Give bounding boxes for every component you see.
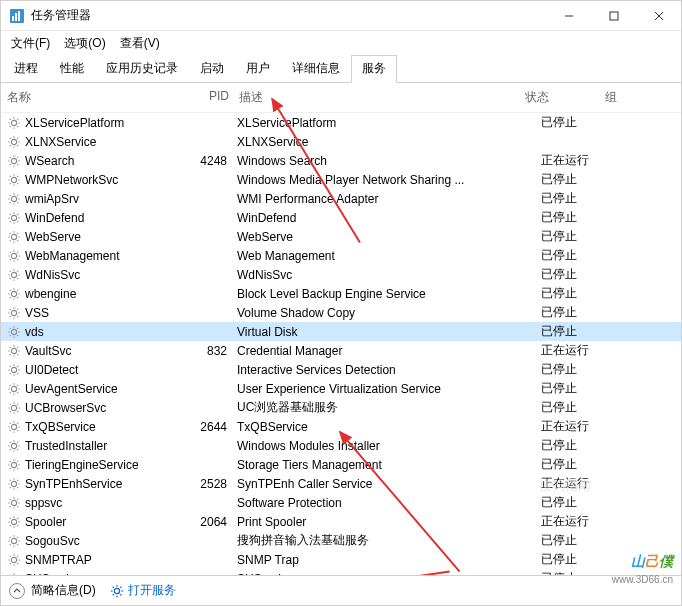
cell-name: TrustedInstaller <box>25 439 185 453</box>
tab-0[interactable]: 进程 <box>3 55 49 83</box>
open-services-link[interactable]: 打开服务 <box>110 582 176 599</box>
svg-line-88 <box>10 278 11 279</box>
service-row[interactable]: Spooler2064Print Spooler正在运行 <box>1 512 681 531</box>
svg-point-143 <box>11 405 16 410</box>
cell-status: 正在运行 <box>541 475 621 492</box>
svg-line-241 <box>112 586 113 587</box>
service-row[interactable]: UCBrowserSvcUC浏览器基础服务已停止 <box>1 398 681 417</box>
col-name-header[interactable]: 名称 <box>7 89 187 106</box>
col-desc-header[interactable]: 描述 <box>239 89 525 106</box>
cell-desc: Windows Media Player Network Sharing ... <box>237 173 541 187</box>
tab-5[interactable]: 详细信息 <box>281 55 351 83</box>
cell-pid: 4248 <box>185 154 237 168</box>
svg-line-196 <box>10 506 11 507</box>
cell-status: 已停止 <box>541 266 621 283</box>
svg-line-59 <box>17 221 18 222</box>
tab-1[interactable]: 性能 <box>49 55 95 83</box>
cell-desc: SNMP Trap <box>237 553 541 567</box>
service-row[interactable]: vdsVirtual Disk已停止 <box>1 322 681 341</box>
svg-line-195 <box>17 498 18 499</box>
service-row[interactable]: SHServiceSHService已停止 <box>1 569 681 575</box>
service-row[interactable]: SynTPEnhService2528SynTPEnh Caller Servi… <box>1 474 681 493</box>
service-row[interactable]: VSSVolume Shadow Copy已停止 <box>1 303 681 322</box>
service-row[interactable]: sppsvcSoftware Protection已停止 <box>1 493 681 512</box>
svg-point-62 <box>11 234 16 239</box>
service-row[interactable]: TxQBService2644TxQBService正在运行 <box>1 417 681 436</box>
svg-line-148 <box>10 403 11 404</box>
cell-status: 正在运行 <box>541 513 621 530</box>
svg-line-204 <box>17 517 18 518</box>
svg-line-15 <box>17 118 18 119</box>
close-button[interactable] <box>636 1 681 31</box>
service-row[interactable]: WinDefendWinDefend已停止 <box>1 208 681 227</box>
col-pid-header[interactable]: PID <box>187 89 239 106</box>
svg-line-94 <box>10 289 11 290</box>
service-row[interactable]: VaultSvc832Credential Manager正在运行 <box>1 341 681 360</box>
cell-desc: UC浏览器基础服务 <box>237 399 541 416</box>
cell-name: XLServicePlatform <box>25 116 185 130</box>
svg-line-78 <box>17 251 18 252</box>
service-row[interactable]: SogouSvc搜狗拼音输入法基础服务已停止 <box>1 531 681 550</box>
service-row[interactable]: wmiApSrvWMI Performance Adapter已停止 <box>1 189 681 208</box>
svg-line-14 <box>17 126 18 127</box>
cell-status: 已停止 <box>541 323 621 340</box>
tab-3[interactable]: 启动 <box>189 55 235 83</box>
svg-line-42 <box>17 175 18 176</box>
cell-name: WebManagement <box>25 249 185 263</box>
menu-view[interactable]: 查看(V) <box>114 33 166 54</box>
svg-point-206 <box>11 538 16 543</box>
fewer-details-button[interactable]: 简略信息(D) <box>9 582 96 599</box>
service-row[interactable]: WSearch4248Windows Search正在运行 <box>1 151 681 170</box>
service-row[interactable]: WebManagementWeb Management已停止 <box>1 246 681 265</box>
service-row[interactable]: WdNisSvcWdNisSvc已停止 <box>1 265 681 284</box>
service-row[interactable]: wbengineBlock Level Backup Engine Servic… <box>1 284 681 303</box>
svg-line-123 <box>17 346 18 347</box>
open-services-label: 打开服务 <box>128 582 176 599</box>
service-row[interactable]: UevAgentServiceUser Experience Virtualiz… <box>1 379 681 398</box>
svg-point-134 <box>11 386 16 391</box>
service-row[interactable]: SNMPTRAPSNMP Trap已停止 <box>1 550 681 569</box>
service-row[interactable]: XLServicePlatformXLServicePlatform已停止 <box>1 113 681 132</box>
svg-line-159 <box>17 422 18 423</box>
minimize-button[interactable] <box>546 1 591 31</box>
service-row[interactable]: WebServeWebServe已停止 <box>1 227 681 246</box>
service-row[interactable]: UI0DetectInteractive Services Detection已… <box>1 360 681 379</box>
cell-status: 已停止 <box>541 209 621 226</box>
cell-status: 已停止 <box>541 114 621 131</box>
svg-line-185 <box>17 487 18 488</box>
svg-line-177 <box>17 460 18 461</box>
gear-icon <box>110 584 124 598</box>
svg-line-96 <box>17 289 18 290</box>
svg-line-104 <box>17 316 18 317</box>
menu-options[interactable]: 选项(O) <box>58 33 111 54</box>
tab-6[interactable]: 服务 <box>351 55 397 83</box>
svg-line-43 <box>10 183 11 184</box>
svg-point-152 <box>11 424 16 429</box>
cell-desc: XLNXService <box>237 135 541 149</box>
tab-4[interactable]: 用户 <box>235 55 281 83</box>
svg-line-222 <box>17 555 18 556</box>
svg-point-89 <box>11 291 16 296</box>
menu-file[interactable]: 文件(F) <box>5 33 56 54</box>
service-row[interactable]: TrustedInstallerWindows Modules Installe… <box>1 436 681 455</box>
svg-line-131 <box>17 373 18 374</box>
col-group-header[interactable]: 组 <box>605 89 665 106</box>
svg-line-70 <box>10 240 11 241</box>
services-list[interactable]: XLServicePlatformXLServicePlatform已停止XLN… <box>1 113 681 575</box>
cell-desc: User Experience Virtualization Service <box>237 382 541 396</box>
svg-line-51 <box>17 194 18 195</box>
svg-line-40 <box>10 175 11 176</box>
svg-line-23 <box>17 145 18 146</box>
tab-2[interactable]: 应用历史记录 <box>95 55 189 83</box>
service-row[interactable]: XLNXServiceXLNXService <box>1 132 681 151</box>
maximize-button[interactable] <box>591 1 636 31</box>
title-bar[interactable]: 任务管理器 <box>1 1 681 31</box>
svg-line-213 <box>17 536 18 537</box>
col-status-header[interactable]: 状态 <box>525 89 605 106</box>
svg-point-107 <box>11 329 16 334</box>
cell-name: wmiApSrv <box>25 192 185 206</box>
svg-line-69 <box>17 232 18 233</box>
service-row[interactable]: WMPNetworkSvcWindows Media Player Networ… <box>1 170 681 189</box>
app-icon <box>9 8 25 24</box>
service-row[interactable]: TieringEngineServiceStorage Tiers Manage… <box>1 455 681 474</box>
